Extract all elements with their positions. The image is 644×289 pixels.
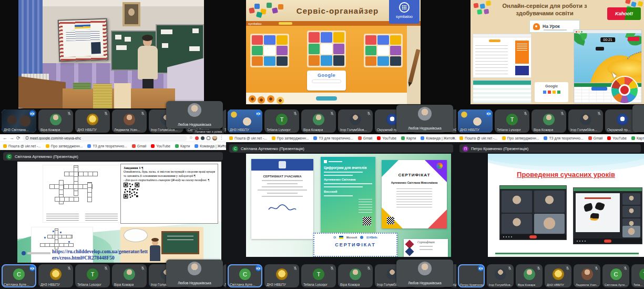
participant-avatar [553,268,564,280]
participant-photo [418,262,432,275]
participant-name: Світлана Арте... [605,283,627,286]
participant-thumb[interactable]: T Tetiana Lysogor [75,264,110,287]
google-forms-logo: Google [535,82,568,102]
bookmark-favicon [588,136,592,140]
bookmark-item[interactable]: YouTube [151,144,170,148]
participant-thumb[interactable]: Людмила Усач... [222,264,226,287]
bookmark-item[interactable]: Команда | Житом... [195,144,226,148]
bookmark-item[interactable]: Gmail [358,136,373,140]
participant-thumb[interactable]: T Tetiana Lysogor [264,109,299,133]
bookmark-favicon [229,136,233,140]
participant-overlay[interactable]: Любов Недашківська [396,105,453,132]
meeting-screenshot-gallery [499,185,567,240]
bookmark-item[interactable]: Про затвердженн... [502,136,539,140]
participant-thumb[interactable]: С Світлана Арте... [2,264,36,287]
bookmarks-overflow-icon[interactable]: » [222,143,224,148]
bookmark-item[interactable]: Про затвердженн... [46,144,83,148]
participant-thumb[interactable]: T Tetiana Lysogor [301,264,336,287]
browser-menu-icon[interactable]: ⋮ [219,136,223,140]
bookmark-item[interactable]: ТЗ для теоретично... [313,136,353,140]
participant-thumb[interactable]: ДНЗ НВБПУ [38,264,73,287]
certificate-small: Сертифікат [404,239,448,257]
bookmark-item[interactable]: Карти [631,136,644,140]
end-call-button [604,240,611,243]
participant-thumb[interactable]: ДНЗ НВБПУ [228,109,262,133]
webmix-panel [307,31,346,67]
browser-window-crossword: ← → ⟳ meet.google.com/nir-veyva-ehc ☆ ⋮ … [0,134,226,289]
bookmark-item[interactable]: Карти [401,136,416,140]
slide-crossword-task: Завдання 1 ¶ Ознайомтесь, будь ласка, зі… [17,162,221,263]
participant-name: Ігор Голумбйов... [340,128,367,132]
participant-thumb[interactable]: ДНЗ НВБПУ [264,264,299,287]
webmix-panel [250,34,289,67]
extension-icon-dark[interactable] [201,136,205,140]
participant-thumb[interactable]: Ігор Голумбйов... [568,109,603,133]
bookmark-item[interactable]: Gmail [132,144,147,148]
forward-button[interactable]: → [9,136,14,141]
bookmark-item[interactable]: Пошта @ ukr.net -... [3,144,41,148]
participant-thumb[interactable]: ДНЗ НВБПУ [75,109,110,133]
filmstrip: Петро Кравченко Ігор Голумбйов... [456,263,644,289]
bookmark-favicon [377,136,381,140]
bookmark-item[interactable]: Про затвердженн... [272,136,309,140]
bookmark-star-icon[interactable]: ☆ [189,136,193,140]
participant-name: Tetia... [633,283,642,286]
book-stack [73,83,91,89]
participant-thumb[interactable]: Петро Кравченко [458,264,485,287]
tab-window-icon[interactable] [207,136,210,140]
certificate-colorful: СЕРТИФІКАТ Артеменко Світлана Миколаївна [382,160,447,228]
reload-button[interactable]: ⟳ [16,136,21,141]
bookmark-item[interactable]: YouTube [377,136,396,140]
extension-icon-red[interactable] [195,136,199,140]
participant-thumb[interactable]: T Tetiana Lysogor [495,109,529,133]
participant-thumb[interactable]: С Світлана Арте... [602,264,629,287]
profile-avatar[interactable] [212,136,217,141]
meet-stage: С Світлана Артеменко (Презентація) СЕРТИ… [226,142,456,289]
participant-thumb[interactable]: T Tetia... [631,264,644,287]
participant-name: Любов Недашківська [166,281,223,285]
participant-thumb[interactable]: ДНЗ НВБПУ [458,109,493,133]
participant-overlay[interactable]: Любов Недашківська [632,105,644,132]
bookmark-item[interactable]: Пошта @ ukr.net -... [459,136,497,140]
symbaloo-tab [279,22,292,25]
presenter-avatar: С [6,154,12,160]
back-button[interactable]: ← [3,136,7,141]
participant-thumb[interactable]: Віра Кожара [531,109,566,133]
participant-overlay[interactable]: Любов Недашківська [396,260,453,287]
participant-thumb[interactable]: Людмила Усач... [574,264,600,287]
participant-thumb[interactable]: Ігор Голумбйов... [487,264,514,287]
participant-thumb[interactable]: Віра Кожара [516,264,543,287]
mic-muted-icon [560,111,565,116]
bookmarks-overflow-icon[interactable]: » [453,135,455,140]
bookmark-item[interactable]: YouTube [607,136,627,140]
mic-muted-icon [104,266,108,271]
participant-thumb[interactable]: Ігор Голумбйов... [338,109,373,133]
presenter-bar[interactable]: С Світлана Артеменко (Презентація) [229,144,453,153]
participant-thumb[interactable]: Віра Кожара [112,264,147,287]
participant-avatar [87,114,98,125]
participant-thumb[interactable]: Віра Кожара [338,264,373,287]
bookmark-item[interactable]: ТЗ для теоретично... [87,144,127,148]
participant-thumb[interactable]: ДНЗ НВБПУ [545,264,571,287]
crossword-grid [43,165,121,223]
qr-code [387,217,394,224]
participant-thumb[interactable]: Людмила Усач... [112,109,147,133]
bookmark-item[interactable]: Команда | Житом... [421,136,456,140]
participant-overlay[interactable]: Любов Недашківська [166,260,223,287]
task-title: Завдання 1 ¶ [124,166,215,170]
address-bar[interactable]: meet.google.com/nir-veyva-ehc [23,135,187,141]
bookmark-item[interactable]: Пошта @ ukr.net -... [229,136,267,140]
participant-thumb[interactable]: С Світлана Арте... [228,264,262,287]
participant-thumb[interactable]: ДНЗ Світлана... [2,109,36,133]
participant-avatar [313,114,324,125]
participant-thumb[interactable]: Віра Кожара [38,109,73,133]
audio-indicator-icon [29,265,35,271]
presenter-bar[interactable]: П Петро Кравченко (Презентація) [459,144,641,153]
bookmark-item[interactable]: Карти [175,144,190,148]
participant-thumb[interactable]: Віра Кожара [301,109,336,133]
participant-overlay[interactable]: Любов Недашківська [166,101,223,128]
presenter-bar[interactable]: С Світлана Артеменко (Презентація) [3,152,223,161]
webmix-panel [364,34,403,67]
bookmark-item[interactable]: Gmail [588,136,603,140]
bookmark-item[interactable]: ТЗ для теоретично... [544,136,583,140]
